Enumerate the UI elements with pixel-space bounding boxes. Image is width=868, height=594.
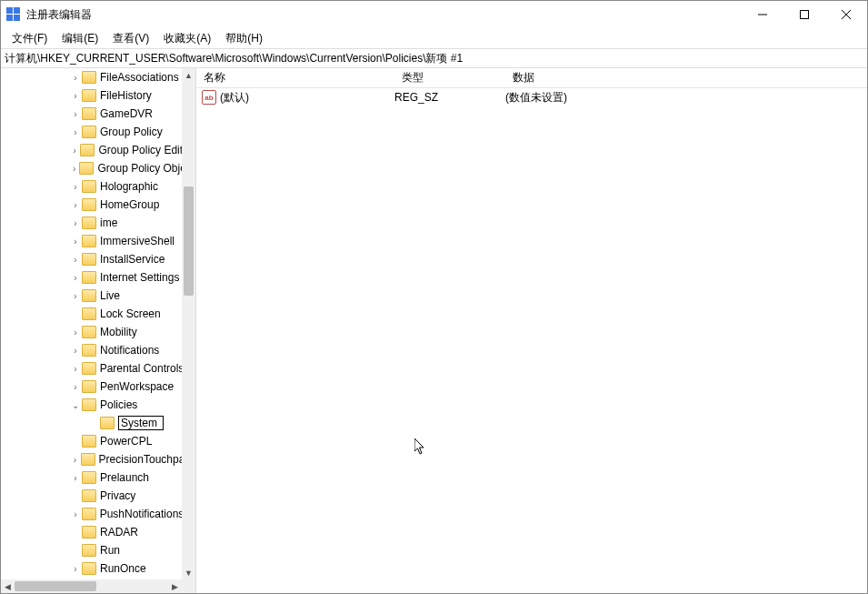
tree-item-label: FileAssociations: [100, 71, 179, 84]
chevron-right-icon[interactable]: ›: [69, 109, 82, 119]
menu-view[interactable]: 查看(V): [105, 29, 156, 48]
scroll-track[interactable]: [182, 82, 195, 566]
menu-help[interactable]: 帮助(H): [218, 29, 270, 48]
tree-item[interactable]: ›Group Policy Editor: [1, 141, 182, 159]
values-list[interactable]: ab(默认)REG_SZ(数值未设置): [196, 88, 867, 593]
menu-edit[interactable]: 编辑(E): [55, 29, 105, 48]
menu-file[interactable]: 文件(F): [5, 29, 55, 48]
tree-vertical-scrollbar[interactable]: ▲ ▼: [182, 68, 195, 579]
chevron-right-icon[interactable]: ›: [69, 291, 82, 301]
chevron-right-icon[interactable]: ›: [69, 382, 82, 392]
tree-item[interactable]: ›PushNotifications: [1, 505, 182, 523]
tree-item[interactable]: ›Mobility: [1, 323, 182, 341]
tree-item[interactable]: ›Prelaunch: [1, 468, 182, 487]
tree-item[interactable]: ›HomeGroup: [1, 196, 182, 214]
tree-item-rename-input[interactable]: [118, 416, 164, 430]
scroll-right-button[interactable]: ▶: [168, 582, 182, 591]
tree-item[interactable]: ›Internet Settings: [1, 268, 182, 287]
folder-icon: [82, 344, 96, 357]
chevron-right-icon[interactable]: ›: [69, 273, 82, 283]
tree-item[interactable]: ›RunOnce: [1, 559, 182, 578]
maximize-button[interactable]: [783, 1, 825, 28]
tree-item-label: Run: [100, 544, 120, 557]
tree-item[interactable]: ›Notifications: [1, 341, 182, 359]
tree-item-label: InstallService: [100, 253, 165, 266]
folder-icon: [80, 144, 95, 156]
folder-icon: [82, 289, 96, 302]
tree-item[interactable]: ›Parental Controls: [1, 359, 182, 378]
scroll-track[interactable]: [15, 579, 168, 593]
tree-item[interactable]: ›Group Policy: [1, 123, 182, 141]
chevron-right-icon[interactable]: ›: [69, 455, 81, 465]
tree-item[interactable]: ›ImmersiveShell: [1, 232, 182, 250]
tree-item[interactable]: ›ime: [1, 214, 182, 232]
chevron-right-icon[interactable]: ›: [69, 327, 82, 337]
folder-icon: [82, 71, 96, 84]
tree-item[interactable]: RADAR: [1, 523, 182, 541]
scroll-up-button[interactable]: ▲: [182, 68, 195, 82]
chevron-right-icon[interactable]: ›: [69, 73, 82, 83]
tree-item[interactable]: Run: [1, 541, 182, 559]
folder-icon: [82, 362, 96, 375]
chevron-right-icon[interactable]: ›: [69, 182, 82, 192]
tree-item[interactable]: ›InstallService: [1, 250, 182, 268]
value-row[interactable]: ab(默认)REG_SZ(数值未设置): [196, 88, 867, 106]
value-data: (数值未设置): [505, 90, 867, 106]
close-button[interactable]: [825, 1, 867, 28]
folder-icon: [82, 435, 96, 448]
chevron-right-icon[interactable]: ›: [69, 255, 82, 265]
tree-item-label: Privacy: [100, 489, 135, 502]
folder-icon: [82, 216, 96, 229]
tree-item-label: ImmersiveShell: [100, 235, 175, 247]
tree-item[interactable]: ›Holographic: [1, 177, 182, 196]
chevron-right-icon[interactable]: ›: [69, 146, 80, 156]
tree-item[interactable]: Privacy: [1, 487, 182, 505]
scroll-thumb[interactable]: [184, 186, 194, 296]
tree-item[interactable]: ›Group Policy Objects: [1, 159, 182, 177]
chevron-right-icon[interactable]: ›: [69, 237, 82, 247]
folder-icon: [82, 107, 96, 120]
tree-item[interactable]: ›GameDVR: [1, 105, 182, 123]
chevron-right-icon[interactable]: ›: [69, 200, 82, 210]
tree-item[interactable]: ›PrecisionTouchpad: [1, 450, 182, 468]
tree-item[interactable]: ›PenWorkspace: [1, 378, 182, 396]
folder-icon: [82, 380, 96, 393]
column-header-name[interactable]: 名称: [196, 70, 394, 86]
column-header-type[interactable]: 类型: [394, 70, 505, 86]
folder-icon: [79, 162, 94, 175]
tree-item[interactable]: ⌄Policies: [1, 396, 182, 414]
tree-item-label: Holographic: [100, 180, 158, 193]
chevron-right-icon[interactable]: ›: [69, 218, 82, 228]
tree-item[interactable]: PowerCPL: [1, 432, 182, 450]
minimize-button[interactable]: [742, 1, 783, 28]
menu-favorites[interactable]: 收藏夹(A): [156, 29, 218, 48]
tree-horizontal-scrollbar[interactable]: ◀ ▶: [1, 579, 195, 593]
scroll-thumb[interactable]: [15, 581, 96, 591]
address-bar[interactable]: 计算机\HKEY_CURRENT_USER\Software\Microsoft…: [1, 48, 867, 68]
tree-item[interactable]: ›FileAssociations: [1, 68, 182, 86]
tree-item[interactable]: ›FileHistory: [1, 86, 182, 105]
folder-icon: [82, 307, 96, 320]
scroll-down-button[interactable]: ▼: [182, 566, 195, 579]
column-header-data[interactable]: 数据: [505, 70, 867, 86]
scroll-left-button[interactable]: ◀: [1, 582, 15, 591]
chevron-right-icon[interactable]: ›: [69, 564, 82, 574]
chevron-down-icon[interactable]: ⌄: [69, 400, 82, 410]
chevron-right-icon[interactable]: ›: [69, 509, 82, 519]
tree-item[interactable]: [1, 414, 182, 432]
folder-icon: [82, 198, 96, 211]
tree-item-label: Live: [100, 289, 120, 302]
tree-item-label: RADAR: [100, 526, 138, 539]
chevron-right-icon[interactable]: ›: [69, 364, 82, 374]
chevron-right-icon[interactable]: ›: [69, 127, 82, 137]
chevron-right-icon[interactable]: ›: [69, 164, 79, 174]
chevron-right-icon[interactable]: ›: [69, 473, 82, 483]
tree-item[interactable]: ›Live: [1, 287, 182, 305]
tree-view[interactable]: ›FileAssociations›FileHistory›GameDVR›Gr…: [1, 68, 195, 579]
chevron-right-icon[interactable]: ›: [69, 346, 82, 356]
tree-item-label: Group Policy Editor: [98, 144, 182, 156]
chevron-right-icon[interactable]: ›: [69, 91, 82, 101]
folder-icon: [82, 489, 96, 502]
tree-item-label: GameDVR: [100, 107, 153, 120]
tree-item[interactable]: Lock Screen: [1, 305, 182, 323]
